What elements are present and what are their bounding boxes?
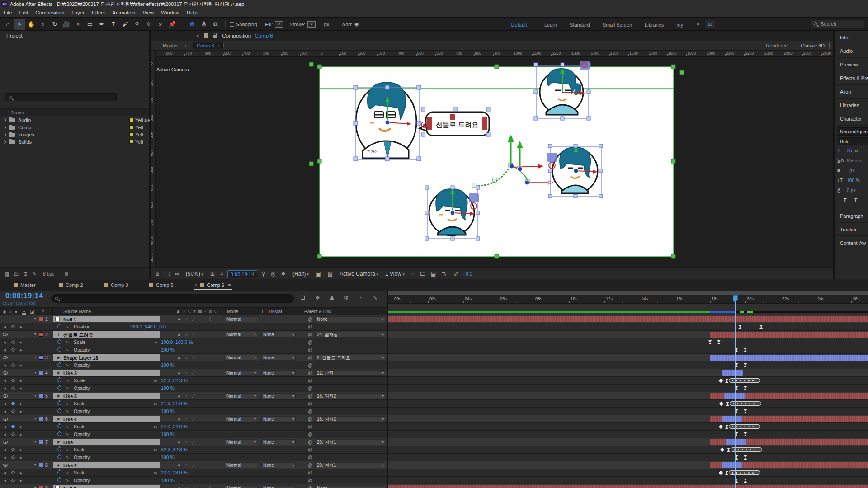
layer-duration-bar[interactable] — [722, 462, 742, 468]
layer-row-7[interactable]: ▾7Like★♟☼／NormalNone@20. 여자1 — [0, 438, 387, 446]
project-search-input[interactable] — [5, 93, 117, 101]
property-value[interactable]: 23.0 ,23.0 % — [161, 469, 188, 476]
trkmat-dropdown[interactable]: None — [261, 393, 296, 399]
trkmat-dropdown[interactable]: None — [261, 370, 296, 376]
text-tool-icon[interactable]: T — [108, 19, 119, 30]
project-footer-icon[interactable]: ✎ — [30, 268, 39, 280]
property-track[interactable] — [388, 423, 868, 431]
layer-track[interactable] — [388, 392, 868, 400]
graph-icon[interactable]: ∿ — [66, 477, 69, 484]
keyframe-icon[interactable] — [726, 402, 729, 406]
snapshot-channel-icon[interactable]: ❖ — [278, 268, 288, 280]
sidebar-tab-effects-pre[interactable]: Effects & Pre — [835, 71, 868, 85]
graph-icon[interactable]: ∿ — [66, 323, 69, 330]
comp-toolbar-icon[interactable]: ∞ — [172, 268, 182, 280]
sidebar-tab-info[interactable]: Info — [835, 31, 868, 44]
eye-icon[interactable] — [3, 371, 8, 375]
stopwatch-icon[interactable] — [57, 470, 61, 474]
keyframe-next-icon[interactable]: ▶ — [20, 477, 22, 484]
property-value[interactable]: 100.0 ,100.0 % — [161, 338, 193, 346]
layer-name[interactable]: Like 5 — [53, 393, 160, 399]
property-track[interactable] — [388, 346, 868, 354]
workspace-search-input[interactable]: Search — [810, 19, 864, 28]
eye-icon[interactable] — [3, 418, 8, 421]
graph-icon[interactable]: ∿ — [66, 346, 69, 353]
layer-label-chip[interactable] — [39, 440, 43, 444]
transparency-grid-icon[interactable]: ▨ — [325, 268, 335, 280]
keyframe-next-icon[interactable]: ▶ — [20, 339, 22, 346]
layer-track[interactable] — [388, 415, 868, 423]
source-name-column[interactable]: Source Name — [63, 308, 91, 315]
parent-pickwhip-icon[interactable]: @ — [308, 385, 312, 392]
timeline-tab-comp-6[interactable]: ×Comp 6≡ — [194, 279, 232, 291]
hand-tool-icon[interactable]: ✋ — [25, 19, 37, 30]
parent-pickwhip-icon[interactable]: @ — [308, 347, 312, 354]
comp-toolbar-icon[interactable]: ⧈ — [153, 268, 162, 280]
layer-label-chip[interactable] — [39, 332, 43, 337]
expand-arrow-icon[interactable]: ▾ — [34, 415, 36, 422]
keyframe-next-icon[interactable]: ▶ — [20, 469, 22, 477]
trkmat-dropdown[interactable]: None — [261, 462, 296, 468]
project-item-solids[interactable]: ❯SolidsYell — [0, 138, 149, 145]
property-name[interactable]: Opacity — [74, 346, 90, 353]
switch-icon[interactable]: ／ — [192, 484, 196, 488]
layer-row-6[interactable]: ▾6Like 4★♟☼／NormalNone@16. 여자2 — [0, 415, 387, 423]
keyframe-prev-icon[interactable]: ◀ — [4, 446, 6, 454]
keyframe-icon[interactable] — [725, 425, 728, 429]
puppet-pin-tool-icon[interactable]: 📌 — [166, 19, 178, 30]
keyframe-diamond-icon[interactable] — [718, 379, 723, 383]
property-track[interactable] — [388, 400, 868, 408]
blend-mode-dropdown[interactable]: Normal — [225, 355, 257, 361]
blend-mode-dropdown[interactable]: Normal — [225, 439, 257, 445]
keyframe-group[interactable] — [729, 470, 760, 475]
keyframe-next-icon[interactable]: ▶ — [20, 400, 22, 408]
property-row[interactable]: ◀▶∿Opacity100 %@ — [0, 385, 387, 392]
keyframe-prev-icon[interactable]: ◀ — [4, 408, 6, 415]
rotobrush-tool-icon[interactable]: 🜎 — [155, 19, 166, 30]
property-track[interactable] — [388, 408, 868, 415]
switch-icon[interactable]: ☼ — [184, 484, 188, 488]
switch-icon[interactable]: ☼ — [184, 415, 188, 422]
gizmo-widget-icon[interactable] — [469, 193, 479, 202]
sidebar-tab-align[interactable]: Align — [835, 85, 868, 99]
parent-dropdown[interactable]: None — [315, 485, 385, 488]
layer-label-chip[interactable] — [39, 463, 43, 467]
font-style-dropdown[interactable]: Bold — [837, 137, 868, 145]
stamp-tool-icon[interactable]: ⚘ — [131, 19, 143, 30]
switch-icon[interactable]: ／ — [192, 392, 196, 399]
parent-pickwhip-icon[interactable]: @ — [308, 316, 312, 323]
layer-row-1[interactable]: ▾1Null 1♟☼／⬡Normal@None — [0, 315, 387, 323]
pan-behind-tool-icon[interactable]: ⌖ — [72, 19, 84, 30]
workspace-my[interactable]: my — [670, 22, 689, 28]
shape-tool-icon[interactable]: ▭ — [84, 19, 96, 30]
switch-icon[interactable]: ／ — [192, 354, 196, 361]
label-color-chip[interactable] — [129, 125, 133, 129]
playhead-line[interactable] — [735, 295, 736, 488]
parent-pickwhip-icon[interactable]: @ — [308, 477, 312, 484]
layer-track[interactable] — [388, 315, 868, 323]
property-name[interactable]: Opacity — [74, 361, 90, 369]
switch-icon[interactable]: ♟ — [177, 369, 181, 376]
workspace-overflow-button[interactable]: » — [697, 20, 700, 27]
stopwatch-icon[interactable] — [57, 432, 61, 436]
leading-control[interactable]: ≡ - px — [835, 165, 868, 175]
keyframe-group[interactable] — [729, 378, 760, 383]
keyframe-toggle-icon[interactable] — [11, 363, 15, 367]
menu-help[interactable]: Help — [183, 8, 201, 17]
keyframe-prev-icon[interactable]: ◀ — [4, 423, 6, 431]
layer-name[interactable]: Null 1 — [53, 316, 160, 322]
expand-arrow-icon[interactable]: ▾ — [34, 315, 36, 323]
grid-guides-icon[interactable]: ⊞ — [208, 268, 217, 280]
workspace-standard[interactable]: Standard — [563, 22, 596, 28]
cube-3d-icon[interactable]: ⬡ — [209, 484, 212, 488]
property-name[interactable]: Position — [74, 323, 90, 330]
switch-icon[interactable]: ☼ — [184, 369, 188, 376]
camera-view-dropdown[interactable]: Active Camera — [337, 268, 381, 280]
keyframe-next-icon[interactable]: ▶ — [20, 423, 22, 431]
link-icon[interactable]: ∞ — [154, 338, 157, 346]
workspace-menu-icon[interactable]: ≡ — [533, 22, 538, 28]
property-name[interactable]: Opacity — [74, 408, 90, 415]
vertical-scale-control[interactable]: ↕T 100 % — [835, 175, 868, 185]
keyframe-icon[interactable] — [744, 479, 747, 483]
keyframe-next-icon[interactable]: ▶ — [20, 377, 22, 385]
